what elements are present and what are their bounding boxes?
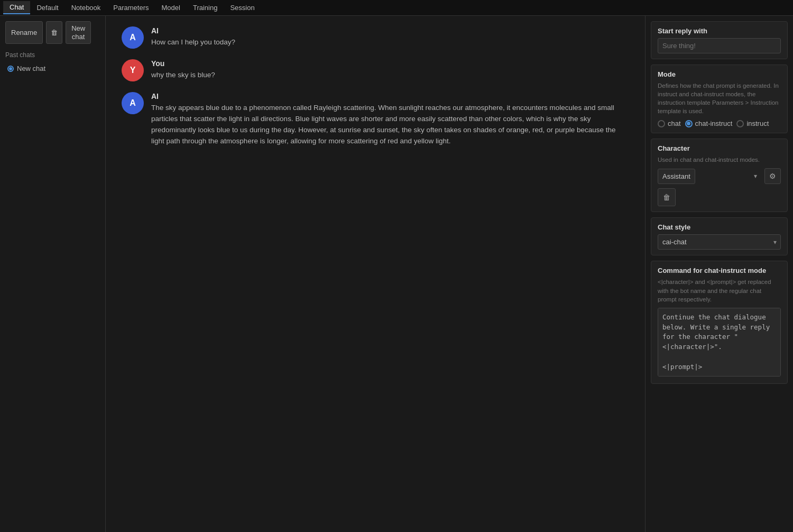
character-title: Character (658, 144, 781, 152)
message-row: A AI How can I help you today? (122, 26, 629, 49)
mode-radio-group: chat chat-instruct instruct (658, 120, 781, 127)
message-row: Y You why the sky is blue? (122, 59, 629, 81)
message-sender: AI (151, 92, 629, 100)
command-textarea[interactable]: Continue the chat dialogue below. Write … (658, 308, 781, 377)
rename-button[interactable]: Rename (5, 21, 43, 44)
tab-chat[interactable]: Chat (3, 1, 30, 14)
trash-button[interactable]: 🗑 (46, 21, 62, 44)
command-title: Command for chat-instruct mode (658, 267, 781, 274)
chat-style-select[interactable]: cai-chat bubbles classic (658, 234, 781, 250)
chat-style-title: Chat style (658, 223, 781, 231)
sidebar: Rename 🗑 Newchat Past chats New chat (0, 16, 106, 532)
radio-label-instruct: instruct (746, 120, 769, 127)
avatar: Y (122, 59, 144, 81)
tab-session[interactable]: Session (224, 2, 261, 14)
message-text: How can I help you today? (151, 37, 629, 48)
message-text: The sky appears blue due to a phenomenon… (151, 103, 629, 147)
radio-circle-instruct (736, 120, 744, 127)
radio-circle-chat (658, 120, 665, 127)
new-chat-button[interactable]: Newchat (66, 21, 91, 44)
tab-default[interactable]: Default (30, 2, 64, 14)
message-content: AI The sky appears blue due to a phenome… (151, 92, 629, 147)
start-reply-card: Start reply with (651, 21, 788, 59)
chat-area: A AI How can I help you today? Y You why… (106, 16, 645, 532)
right-panel: Start reply with Mode Defines how the ch… (645, 16, 793, 532)
message-content: You why the sky is blue? (151, 59, 629, 81)
radio-label-chat-instruct: chat-instruct (695, 120, 733, 127)
radio-option-chat-instruct[interactable]: chat-instruct (685, 120, 733, 127)
radio-option-chat[interactable]: chat (658, 120, 681, 127)
mode-title: Mode (658, 70, 781, 78)
mode-card: Mode Defines how the chat prompt is gene… (651, 65, 788, 133)
tab-notebook[interactable]: Notebook (65, 2, 107, 14)
sidebar-toolbar: Rename 🗑 Newchat (5, 21, 100, 44)
chat-style-select-wrapper: cai-chat bubbles classic (658, 234, 781, 250)
character-description: Used in chat and chat-instruct modes. (658, 155, 781, 164)
avatar: A (122, 92, 144, 114)
top-nav: Chat Default Notebook Parameters Model T… (0, 0, 793, 16)
message-content: AI How can I help you today? (151, 26, 629, 48)
message-sender: AI (151, 26, 629, 35)
chat-style-card: Chat style cai-chat bubbles classic (651, 217, 788, 255)
start-reply-input[interactable] (658, 38, 781, 53)
avatar: A (122, 26, 144, 49)
character-card: Character Used in chat and chat-instruct… (651, 139, 788, 212)
tab-training[interactable]: Training (187, 2, 224, 14)
radio-circle-chat-instruct (685, 120, 693, 127)
start-reply-title: Start reply with (658, 27, 781, 35)
radio-option-instruct[interactable]: instruct (736, 120, 769, 127)
chat-item-label: New chat (17, 65, 45, 72)
radio-label-chat: chat (668, 120, 681, 127)
character-row: Assistant ⚙ (658, 168, 781, 184)
message-row: A AI The sky appears blue due to a pheno… (122, 92, 629, 147)
command-card: Command for chat-instruct mode <|charact… (651, 261, 788, 383)
command-description: <|character|> and <|prompt|> get replace… (658, 278, 781, 303)
tab-parameters[interactable]: Parameters (107, 2, 155, 14)
character-select-wrapper: Assistant (658, 169, 761, 184)
radio-selected-dot (7, 66, 14, 72)
character-trash-button[interactable]: 🗑 (658, 188, 676, 206)
message-sender: You (151, 59, 629, 68)
message-text: why the sky is blue? (151, 70, 629, 81)
character-select[interactable]: Assistant (658, 169, 695, 184)
main-layout: Rename 🗑 Newchat Past chats New chat A A… (0, 16, 793, 532)
past-chats-label: Past chats (5, 51, 100, 59)
gear-button[interactable]: ⚙ (764, 168, 781, 184)
chat-list-item[interactable]: New chat (5, 63, 100, 74)
tab-model[interactable]: Model (155, 2, 187, 14)
mode-description: Defines how the chat prompt is generated… (658, 81, 781, 115)
